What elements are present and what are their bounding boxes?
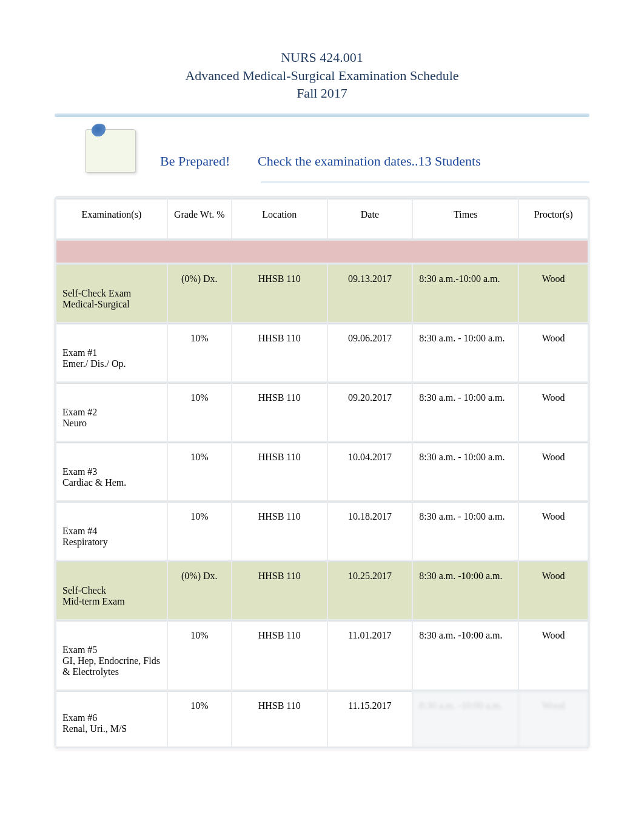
cell-proctor: Wood bbox=[519, 691, 588, 746]
cell-date: 09.13.2017 bbox=[328, 264, 412, 322]
exam-subject: Respiratory bbox=[62, 537, 161, 548]
course-code: NURS 424.001 bbox=[55, 49, 589, 67]
col-header-date: Date bbox=[328, 198, 412, 238]
cell-grade: 10% bbox=[168, 501, 231, 560]
col-header-location: Location bbox=[232, 198, 327, 238]
cell-date: 10.25.2017 bbox=[328, 561, 412, 619]
cell-date: 11.01.2017 bbox=[328, 620, 412, 689]
cell-location: HHSB 110 bbox=[232, 383, 327, 441]
cell-location: HHSB 110 bbox=[232, 691, 327, 746]
cell-grade: (0%) Dx. bbox=[168, 561, 231, 619]
table-row: Exam #4Respiratory10%HHSB 11010.18.20178… bbox=[56, 501, 588, 560]
schedule-table-wrap: Examination(s) Grade Wt. % Location Date… bbox=[55, 196, 589, 748]
cell-proctor: Wood bbox=[519, 323, 588, 381]
cell-exam: Exam #4Respiratory bbox=[56, 501, 167, 560]
cell-date: 11.15.2017 bbox=[328, 691, 412, 746]
cell-proctor: Wood bbox=[519, 501, 588, 560]
cell-times: 8:30 a.m. -10:00 a.m. bbox=[413, 561, 518, 619]
cell-date: 10.18.2017 bbox=[328, 501, 412, 560]
page-header: NURS 424.001 Advanced Medical-Surgical E… bbox=[55, 49, 589, 102]
cell-grade: 10% bbox=[168, 323, 231, 381]
col-header-times: Times bbox=[413, 198, 518, 238]
cell-location: HHSB 110 bbox=[232, 501, 327, 560]
cell-proctor: Wood bbox=[519, 442, 588, 500]
cell-exam: Exam #5GI, Hep, Endocrine, Flds & Electr… bbox=[56, 620, 167, 689]
exam-name: Exam #5 bbox=[62, 645, 161, 656]
cell-grade: 10% bbox=[168, 442, 231, 500]
table-row: Exam #1Emer./ Dis./ Op.10%HHSB 11009.06.… bbox=[56, 323, 588, 381]
cell-date: 09.20.2017 bbox=[328, 383, 412, 441]
cell-grade: 10% bbox=[168, 620, 231, 689]
exam-subject: Emer./ Dis./ Op. bbox=[62, 358, 161, 369]
cell-location: HHSB 110 bbox=[232, 561, 327, 619]
cell-times: 8:30 a.m. - 10:00 a.m. bbox=[413, 323, 518, 381]
exam-subject: Cardiac & Hem. bbox=[62, 477, 161, 488]
exam-name: Exam #2 bbox=[62, 407, 161, 418]
table-body: Self-Check ExamMedical-Surgical(0%) Dx.H… bbox=[56, 240, 588, 746]
cell-grade: (0%) Dx. bbox=[168, 264, 231, 322]
course-term: Fall 2017 bbox=[55, 84, 589, 102]
table-row: Self-CheckMid-term Exam(0%) Dx.HHSB 1101… bbox=[56, 561, 588, 619]
banner-prepared: Be Prepared! bbox=[160, 153, 230, 169]
header-divider bbox=[55, 113, 589, 117]
table-header-row: Examination(s) Grade Wt. % Location Date… bbox=[56, 198, 588, 238]
cell-times: 8:30 a.m.-10:00 a.m. bbox=[413, 264, 518, 322]
exam-name: Exam #6 bbox=[62, 713, 161, 723]
cell-exam: Exam #3Cardiac & Hem. bbox=[56, 442, 167, 500]
exam-subject: Renal, Uri., M/S bbox=[62, 723, 161, 734]
cell-times: 8:30 a.m. - 10:00 a.m. bbox=[413, 442, 518, 500]
exam-name: Exam #1 bbox=[62, 347, 161, 358]
cell-proctor: Wood bbox=[519, 561, 588, 619]
cell-date: 09.06.2017 bbox=[328, 323, 412, 381]
cell-exam: Exam #6Renal, Uri., M/S bbox=[56, 691, 167, 746]
cell-exam: Exam #1Emer./ Dis./ Op. bbox=[56, 323, 167, 381]
cell-proctor: Wood bbox=[519, 264, 588, 322]
exam-name: Exam #3 bbox=[62, 466, 161, 477]
cell-times: 8:30 a.m. -10:00 a.m. bbox=[413, 691, 518, 746]
cell-exam: Self-Check ExamMedical-Surgical bbox=[56, 264, 167, 322]
exam-subject: GI, Hep, Endocrine, Flds & Electrolytes bbox=[62, 656, 161, 677]
banner: Be Prepared! Check the examination dates… bbox=[85, 129, 589, 173]
table-row: Exam #3Cardiac & Hem.10%HHSB 11010.04.20… bbox=[56, 442, 588, 500]
col-header-grade: Grade Wt. % bbox=[168, 198, 231, 238]
table-row: Self-Check ExamMedical-Surgical(0%) Dx.H… bbox=[56, 264, 588, 322]
cell-proctor: Wood bbox=[519, 383, 588, 441]
cell-location: HHSB 110 bbox=[232, 323, 327, 381]
cell-proctor: Wood bbox=[519, 620, 588, 689]
schedule-table: Examination(s) Grade Wt. % Location Date… bbox=[55, 197, 589, 748]
cell-times: 8:30 a.m. - 10:00 a.m. bbox=[413, 383, 518, 441]
banner-text: Be Prepared! Check the examination dates… bbox=[160, 153, 481, 173]
spacer-row bbox=[56, 240, 588, 263]
banner-check: Check the examination dates..13 Students bbox=[258, 153, 481, 169]
cell-times: 8:30 a.m. - 10:00 a.m. bbox=[413, 501, 518, 560]
col-header-exam: Examination(s) bbox=[56, 198, 167, 238]
banner-divider bbox=[261, 181, 589, 183]
cell-exam: Exam #2Neuro bbox=[56, 383, 167, 441]
spacer-cell bbox=[56, 240, 588, 263]
cell-location: HHSB 110 bbox=[232, 442, 327, 500]
exam-subject: Neuro bbox=[62, 418, 161, 429]
cell-location: HHSB 110 bbox=[232, 264, 327, 322]
cell-location: HHSB 110 bbox=[232, 620, 327, 689]
cell-exam: Self-CheckMid-term Exam bbox=[56, 561, 167, 619]
col-header-proctor: Proctor(s) bbox=[519, 198, 588, 238]
table-row: Exam #2Neuro10%HHSB 11009.20.20178:30 a.… bbox=[56, 383, 588, 441]
exam-subject: Mid-term Exam bbox=[62, 596, 161, 607]
cell-times: 8:30 a.m. -10:00 a.m. bbox=[413, 620, 518, 689]
note-icon bbox=[85, 129, 136, 173]
course-title: Advanced Medical-Surgical Examination Sc… bbox=[55, 67, 589, 85]
cell-grade: 10% bbox=[168, 383, 231, 441]
cell-date: 10.04.2017 bbox=[328, 442, 412, 500]
exam-name: Exam #4 bbox=[62, 526, 161, 537]
exam-subject: Medical-Surgical bbox=[62, 299, 161, 310]
table-row: Exam #5GI, Hep, Endocrine, Flds & Electr… bbox=[56, 620, 588, 689]
cell-grade: 10% bbox=[168, 691, 231, 746]
table-row: Exam #6Renal, Uri., M/S10%HHSB 11011.15.… bbox=[56, 691, 588, 746]
exam-name: Self-Check Exam bbox=[62, 288, 161, 299]
exam-name: Self-Check bbox=[62, 585, 161, 596]
